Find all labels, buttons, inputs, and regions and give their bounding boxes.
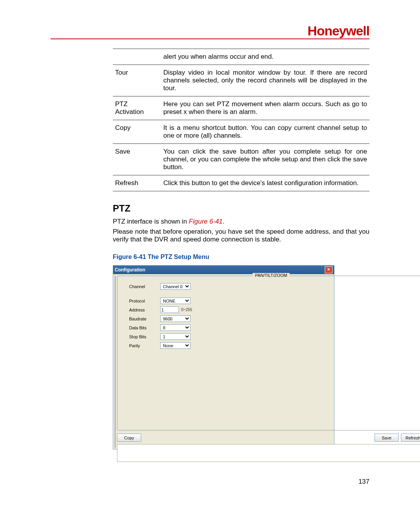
param-label: Save (113, 144, 161, 175)
copy-button[interactable]: Copy (117, 434, 141, 442)
body-area: alert you when alarms occur and end.Tour… (113, 49, 369, 450)
button-bar: Copy Save Refresh (117, 434, 420, 442)
save-button[interactable]: Save (374, 434, 399, 442)
group-box: PAN/TILT/ZOOM Channel Channel 01 Protoco… (117, 276, 420, 430)
label-databits: Data Bits (129, 325, 160, 330)
table-row: alert you when alarms occur and end. (113, 49, 369, 65)
tree-item[interactable]: DEFAULT/BACKUP (115, 353, 116, 359)
tree-item[interactable]: CARD OVERLAY (115, 408, 116, 413)
tree-item[interactable]: GENERAL (115, 310, 116, 315)
param-label: Tour (113, 65, 161, 96)
tree-item[interactable]: HDD INFO (115, 293, 116, 299)
table-row: PTZ ActivationHere you can set PTZ movem… (113, 96, 369, 120)
configuration-window: Configuration × Control Panel⊟Query Syst… (113, 265, 334, 450)
select-baudrate[interactable]: 9600 (160, 315, 191, 322)
field-parity: Parity None (129, 342, 420, 349)
tree-item[interactable]: ⊟Query System Info (115, 282, 116, 288)
tree-panel[interactable]: Control Panel⊟Query System InfoVERSIONHD… (115, 276, 116, 448)
tree-item[interactable]: ENCODE (115, 315, 116, 320)
label-parity: Parity (129, 343, 160, 348)
tree-item[interactable]: VERSION (115, 288, 116, 293)
tree-item[interactable]: HDD MANAGEMENT (115, 364, 116, 369)
tree-item[interactable]: Preferred DNS (115, 418, 116, 424)
table-row: SaveYou can click the save button after … (113, 144, 369, 175)
param-desc: Display video in local monitor window by… (161, 65, 369, 96)
label-baudrate: Baudrate (129, 317, 160, 321)
figure-reference: Figure 6-41 (189, 218, 223, 225)
select-parity[interactable]: None (160, 342, 191, 349)
table-row: CopyIt is a menu shortcut button. You ca… (113, 120, 369, 144)
header-rule (51, 38, 369, 39)
tree-item[interactable]: Record (115, 380, 116, 386)
param-desc: It is a menu shortcut button. You can co… (161, 120, 369, 144)
tree-item[interactable]: Control Panel (115, 277, 116, 282)
param-desc: You can click the save button after you … (161, 144, 369, 175)
label-stopbits: Stop Bits (129, 334, 160, 339)
table-row: TourDisplay video in local monitor windo… (113, 65, 369, 96)
tree-item[interactable]: RS232 (115, 326, 116, 331)
field-stopbits: Stop Bits 1 (129, 333, 420, 340)
tree-item[interactable]: DETECT (115, 342, 116, 348)
param-desc: Click this button to get the device's la… (161, 175, 369, 191)
select-stopbits[interactable]: 1 (160, 333, 191, 340)
table-row: RefreshClick this button to get the devi… (113, 175, 369, 191)
select-databits[interactable]: 8 (160, 324, 191, 331)
tree-item[interactable]: Auto Register (115, 413, 116, 418)
input-address[interactable] (160, 306, 179, 313)
tree-item[interactable]: ⊟ADVANCED (115, 359, 116, 364)
tree-item[interactable]: LOG (115, 299, 116, 304)
group-title: PAN/TILT/ZOOM (253, 273, 290, 278)
window-title: Configuration (115, 267, 145, 273)
right-panel: PAN/TILT/ZOOM Channel Channel 01 Protoco… (117, 276, 420, 448)
hint-address: 0~255 (181, 308, 192, 312)
field-protocol: Protocol NONE (129, 297, 420, 304)
field-address: Address 0~255 (129, 306, 420, 313)
page-number: 137 (359, 478, 369, 486)
label-channel: Channel (129, 284, 160, 289)
param-label: Copy (113, 120, 161, 144)
section-heading-ptz: PTZ (113, 203, 369, 214)
field-baudrate: Baudrate 9600 (129, 315, 420, 322)
brand-logo: Honeywell (51, 23, 369, 38)
tree-item[interactable]: AUTO MAINTENANCE (115, 397, 116, 402)
intro-text-post: . (223, 218, 225, 225)
tree-item[interactable]: SNAPSHOT (115, 391, 116, 397)
window-titlebar: Configuration × (113, 266, 334, 274)
param-label: PTZ Activation (113, 96, 161, 120)
tree-item[interactable]: SCHEDULE (115, 320, 116, 326)
intro-line-1: PTZ interface is shown in Figure 6-41. (113, 218, 369, 226)
select-protocol[interactable]: NONE (160, 297, 191, 304)
intro-line-2: Please note that before operation, you h… (113, 228, 369, 243)
tree-item[interactable]: ACCOUNT (115, 386, 116, 391)
tree-item[interactable]: ⊞NETWORK (115, 331, 116, 337)
page: Honeywell alert you when alarms occur an… (0, 0, 420, 509)
parameter-table: alert you when alarms occur and end.Tour… (113, 49, 369, 191)
tree-item[interactable]: ALARM (115, 337, 116, 342)
param-label (113, 49, 161, 65)
select-channel[interactable]: Channel 01 (160, 283, 191, 290)
window-body: Control Panel⊟Query System InfoVERSIONHD… (113, 274, 334, 449)
figure-caption: Figure 6-41 The PTZ Setup Menu (113, 254, 369, 261)
param-label: Refresh (113, 175, 161, 191)
param-desc: alert you when alarms occur and end. (161, 49, 369, 65)
label-address: Address (129, 308, 160, 312)
label-protocol: Protocol (129, 299, 160, 303)
param-desc: Here you can set PTZ movement when alarm… (161, 96, 369, 120)
tree-item[interactable]: ABNORMALITY (115, 369, 116, 375)
tree-item[interactable]: ⊟System Config (115, 304, 116, 310)
tree-item[interactable]: PAN/TILT/ZOOM (115, 348, 116, 353)
field-databits: Data Bits 8 (129, 324, 420, 331)
field-channel: Channel Channel 01 (129, 283, 420, 290)
tree-item[interactable]: Alarm I/O Config (115, 375, 116, 380)
status-bar (117, 444, 420, 462)
tree-item[interactable]: ⊟ADDTIONAL FUNCTION (115, 402, 116, 408)
window-close-button[interactable]: × (325, 266, 332, 273)
refresh-button[interactable]: Refresh (401, 434, 420, 442)
intro-text: PTZ interface is shown in (113, 218, 189, 225)
